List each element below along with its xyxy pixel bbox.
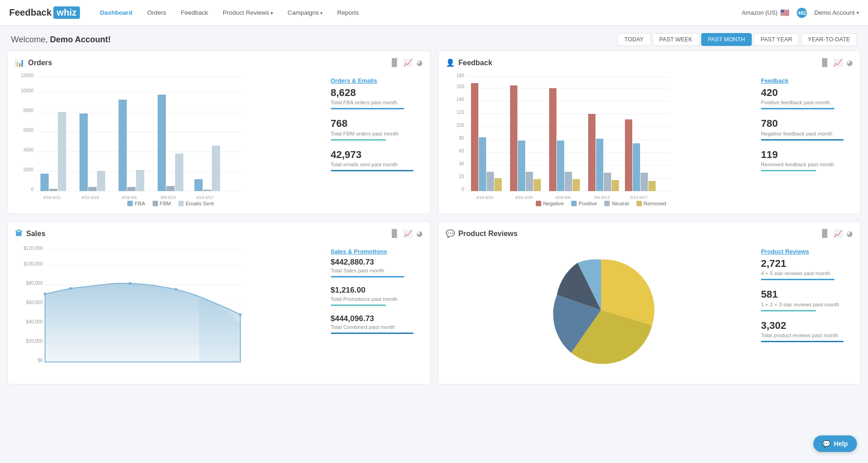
nav-feedback[interactable]: Feedback bbox=[174, 6, 214, 20]
svg-text:4000: 4000 bbox=[23, 147, 34, 152]
svg-rect-54 bbox=[471, 83, 478, 191]
svg-point-95 bbox=[129, 282, 131, 285]
feedback-removed-bar bbox=[761, 170, 816, 171]
filter-year-to-date[interactable]: YEAR-TO-DATE bbox=[801, 33, 857, 46]
legend-removed-label: Removed bbox=[644, 201, 666, 206]
reviews-pie-chart-icon[interactable]: ◕ bbox=[846, 229, 853, 238]
emails-color bbox=[178, 201, 184, 206]
svg-rect-75 bbox=[633, 143, 640, 191]
svg-rect-56 bbox=[487, 172, 494, 191]
legend-positive-label: Positive bbox=[579, 201, 597, 206]
reviews-4-5-value: 2,721 bbox=[761, 258, 853, 270]
orders-stats-panel: Orders & Emails 8,628 Total FBA orders p… bbox=[331, 73, 423, 206]
svg-rect-66 bbox=[565, 172, 572, 191]
sales-total-value: $442,880.73 bbox=[331, 258, 423, 267]
svg-rect-16 bbox=[58, 112, 66, 191]
filter-past-week[interactable]: PAST WEEK bbox=[652, 33, 699, 46]
header-right: Amazon (US) 🇺🇸 482 Demo Account bbox=[742, 8, 859, 18]
svg-point-96 bbox=[175, 288, 177, 291]
sales-section-title: Sales & Promotions bbox=[331, 248, 423, 255]
svg-rect-55 bbox=[479, 137, 486, 191]
legend-removed: Removed bbox=[636, 201, 666, 206]
negative-color bbox=[536, 201, 541, 206]
svg-rect-27 bbox=[166, 186, 175, 191]
pie-chart-icon[interactable]: ◕ bbox=[416, 58, 423, 67]
feedback-legend: Negative Positive Neutral Removed bbox=[446, 201, 757, 206]
filter-past-month[interactable]: PAST MONTH bbox=[701, 33, 752, 46]
fbm-color bbox=[153, 201, 158, 206]
sales-promo-value: $1,216.00 bbox=[331, 286, 423, 295]
orders-fba-label: Total FBA orders past month bbox=[331, 100, 423, 105]
svg-rect-14 bbox=[40, 174, 49, 191]
amazon-label: Amazon (US) bbox=[742, 9, 777, 16]
svg-rect-24 bbox=[136, 170, 144, 191]
reviews-1-3-label: 1 + 2 + 3 star reviews past month bbox=[761, 302, 853, 307]
reviews-total-group: 3,302 Total product reviews past month bbox=[761, 320, 853, 342]
feedback-negative-bar bbox=[761, 139, 844, 141]
reviews-section-group: Product Reviews 2,721 4 + 5 star reviews… bbox=[761, 248, 853, 280]
feedback-card: 👤 Feedback ▐▌ 📈 ◕ 0 20 40 60 80 100 12 bbox=[438, 51, 861, 214]
svg-text:5/13-5/17: 5/13-5/17 bbox=[630, 195, 647, 200]
sales-total-bar bbox=[331, 276, 404, 277]
reviews-icon: 💬 bbox=[446, 229, 455, 238]
feedback-pie-chart-icon[interactable]: ◕ bbox=[846, 58, 853, 67]
nav-reports[interactable]: Reports bbox=[331, 6, 365, 20]
demo-account-menu[interactable]: Demo Account bbox=[814, 9, 859, 16]
svg-text:0: 0 bbox=[31, 187, 34, 192]
reviews-total-value: 3,302 bbox=[761, 320, 853, 332]
legend-positive: Positive bbox=[571, 201, 597, 206]
orders-card-header: 📊 Orders ▐▌ 📈 ◕ bbox=[15, 58, 423, 67]
legend-fba: FBA bbox=[127, 201, 145, 206]
nav-orders[interactable]: Orders bbox=[141, 6, 172, 20]
svg-text:5/6-5/13: 5/6-5/13 bbox=[160, 195, 176, 200]
legend-neutral-label: Neutral bbox=[612, 201, 629, 206]
reviews-bar-chart-icon[interactable]: ▐▌ bbox=[819, 229, 830, 238]
date-filters: TODAY PAST WEEK PAST MONTH PAST YEAR YEA… bbox=[618, 33, 857, 46]
line-chart-icon[interactable]: 📈 bbox=[403, 58, 413, 67]
legend-fba-label: FBA bbox=[135, 201, 145, 206]
feedback-line-chart-icon[interactable]: 📈 bbox=[834, 58, 843, 67]
neutral-color bbox=[604, 201, 610, 206]
svg-text:180: 180 bbox=[456, 73, 464, 78]
notification-badge[interactable]: 482 bbox=[797, 8, 807, 18]
svg-text:$60,000: $60,000 bbox=[26, 300, 43, 305]
svg-rect-23 bbox=[127, 187, 136, 191]
reviews-line-chart-icon[interactable]: 📈 bbox=[834, 229, 843, 238]
feedback-positive-value: 420 bbox=[761, 87, 853, 99]
svg-text:$120,000: $120,000 bbox=[23, 246, 43, 251]
fba-color bbox=[127, 201, 133, 206]
orders-bar-chart: 0 2000 4000 6000 8000 10000 12000 bbox=[15, 73, 245, 197]
feedback-card-title: 👤 Feedback bbox=[446, 58, 493, 67]
nav-product-reviews[interactable]: Product Reviews bbox=[216, 6, 279, 20]
svg-text:$20,000: $20,000 bbox=[26, 339, 43, 344]
orders-card-actions: ▐▌ 📈 ◕ bbox=[389, 58, 423, 67]
svg-rect-62 bbox=[533, 179, 541, 191]
logo: Feedbackwhiz bbox=[9, 6, 80, 19]
nav-dashboard[interactable]: Dashboard bbox=[94, 6, 139, 20]
svg-rect-71 bbox=[604, 173, 611, 191]
svg-point-97 bbox=[239, 313, 242, 316]
legend-negative: Negative bbox=[536, 201, 564, 206]
bar-chart-icon[interactable]: ▐▌ bbox=[389, 58, 400, 67]
feedback-bar-chart-icon[interactable]: ▐▌ bbox=[819, 58, 830, 67]
orders-emails-group: Orders & Emails 8,628 Total FBA orders p… bbox=[331, 77, 423, 109]
welcome-prefix: Welcome, bbox=[11, 35, 48, 44]
reviews-card-actions: ▐▌ 📈 ◕ bbox=[819, 229, 853, 238]
main-grid: 📊 Orders ▐▌ 📈 ◕ 0 2000 4000 6000 8000 10… bbox=[0, 51, 868, 392]
sales-pie-chart-icon[interactable]: ◕ bbox=[416, 229, 423, 238]
filter-past-year[interactable]: PAST YEAR bbox=[754, 33, 799, 46]
reviews-card-title: 💬 Product Reviews bbox=[446, 229, 518, 238]
svg-point-94 bbox=[69, 287, 72, 290]
orders-emails-value: 42,973 bbox=[331, 149, 423, 161]
sales-line-chart-icon[interactable]: 📈 bbox=[403, 229, 413, 238]
sales-promo-bar bbox=[331, 305, 386, 306]
orders-fba-value: 8,628 bbox=[331, 87, 423, 99]
nav-campaigns[interactable]: Campaigns bbox=[281, 6, 329, 20]
legend-emails-label: Emails Sent bbox=[186, 201, 214, 206]
sales-bar-chart-icon[interactable]: ▐▌ bbox=[389, 229, 400, 238]
logo-highlight: whiz bbox=[53, 6, 79, 19]
svg-text:5/6-5/13: 5/6-5/13 bbox=[594, 195, 609, 200]
sales-section-group: Sales & Promotions $442,880.73 Total Sal… bbox=[331, 248, 423, 277]
svg-text:10000: 10000 bbox=[21, 88, 34, 93]
filter-today[interactable]: TODAY bbox=[618, 33, 651, 46]
